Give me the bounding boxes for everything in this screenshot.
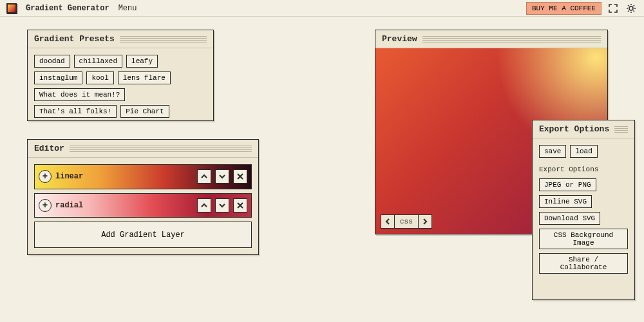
editor-panel: Editor + linear + radial Add Gradient La… [27,139,259,255]
topbar: Gradient Generator Menu BUY ME A COFFEE [0,0,644,17]
move-up-button[interactable] [197,169,211,184]
app-logo [6,3,17,14]
presets-header[interactable]: Gradient Presets [28,30,213,48]
editor-title: Editor [34,144,64,153]
preview-mode-nav: css [381,214,432,229]
svg-point-0 [629,6,633,10]
export-header[interactable]: Export Options [533,120,634,138]
layer-type-label: linear [55,172,83,181]
move-up-button[interactable] [197,198,211,213]
preset-chip[interactable]: instaglum [34,71,82,84]
drag-grip-icon [614,126,628,133]
preset-chip[interactable]: leafy [126,55,158,68]
presets-body: doodad chillaxed leafy instaglum kool le… [28,48,213,120]
export-option[interactable]: Download SVG [539,212,600,225]
drag-grip-icon [422,36,601,43]
presets-panel: Gradient Presets doodad chillaxed leafy … [27,30,214,121]
add-stop-icon[interactable]: + [39,199,52,212]
export-section-label: Export Options [539,166,598,173]
preset-chip[interactable]: What does it mean!? [34,88,125,101]
editor-body: + linear + radial Add Gradient Layer [28,158,258,254]
export-panel: Export Options save load Export Options … [532,120,635,300]
drag-grip-icon [70,146,252,152]
preview-title: Preview [382,34,417,44]
preset-chip[interactable]: kool [86,71,113,84]
buy-coffee-button[interactable]: BUY ME A COFFEE [526,2,601,15]
preset-chip[interactable]: lens flare [118,71,171,84]
drag-grip-icon [120,36,207,43]
presets-title: Gradient Presets [34,34,115,44]
fullscreen-icon[interactable] [607,2,620,15]
preset-chip[interactable]: chillaxed [74,55,122,68]
preset-chip[interactable]: That's all folks! [34,105,117,118]
layer-type-label: radial [55,201,83,210]
menu-button[interactable]: Menu [118,4,137,13]
gradient-layer[interactable]: + linear [34,164,252,189]
export-option[interactable]: JPEG or PNG [539,178,596,191]
prev-mode-button[interactable] [381,214,395,229]
preview-header[interactable]: Preview [375,30,607,48]
preview-mode-label: css [394,214,419,229]
move-down-button[interactable] [215,198,229,213]
move-down-button[interactable] [215,169,229,184]
add-layer-button[interactable]: Add Gradient Layer [34,222,252,248]
delete-layer-button[interactable] [233,198,247,213]
next-mode-button[interactable] [418,214,432,229]
export-option[interactable]: CSS Background Image [539,229,628,249]
save-button[interactable]: save [539,145,566,158]
editor-header[interactable]: Editor [28,140,258,158]
add-stop-icon[interactable]: + [39,170,52,183]
theme-toggle-icon[interactable] [625,2,638,15]
preset-chip[interactable]: Pie Chart [120,105,169,118]
preset-chip[interactable]: doodad [34,55,70,68]
export-option[interactable]: Share / Collaborate [539,253,628,274]
delete-layer-button[interactable] [233,169,247,184]
export-option[interactable]: Inline SVG [539,195,592,208]
export-title: Export Options [539,124,609,134]
gradient-layer[interactable]: + radial [34,193,252,218]
export-body: save load Export Options JPEG or PNG Inl… [533,138,634,299]
load-button[interactable]: load [570,145,597,158]
app-title: Gradient Generator [26,4,109,13]
